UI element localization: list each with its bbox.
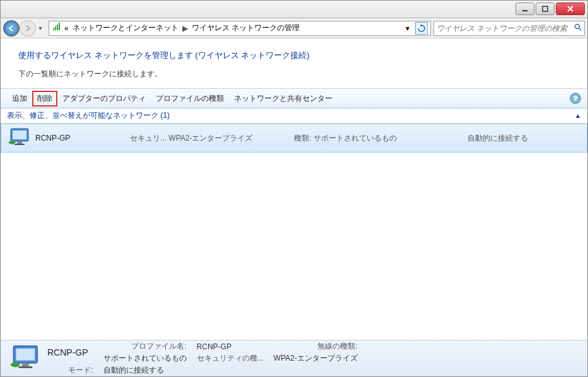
maximize-button[interactable]	[536, 3, 555, 15]
breadcrumb-item[interactable]: ネットワークとインターネット	[73, 23, 179, 33]
chevron-right-icon: ▶	[182, 24, 188, 33]
details-grid: RCNP-GP プロファイル名: RCNP-GP 無線の種類: サポートされてい…	[47, 341, 358, 376]
svg-rect-3	[55, 26, 56, 30]
details-wireless-type-label: 無線の種類:	[274, 341, 358, 352]
svg-rect-4	[57, 25, 58, 30]
refresh-icon	[418, 25, 425, 32]
details-icon	[7, 344, 47, 373]
details-security-value: WPA2-エンタープライズ	[274, 353, 358, 364]
page-header: 使用するワイヤレス ネットワークを管理します (ワイヤレス ネットワーク接続) …	[1, 38, 587, 88]
minimize-button[interactable]	[515, 3, 534, 15]
address-dropdown[interactable]: ▾	[401, 22, 414, 35]
back-button[interactable]	[3, 20, 20, 37]
search-input[interactable]	[437, 24, 574, 33]
svg-rect-5	[59, 23, 60, 30]
details-name: RCNP-GP	[47, 347, 93, 357]
close-icon	[567, 6, 573, 12]
breadcrumb-item[interactable]: ワイヤレス ネットワークの管理	[192, 23, 300, 33]
back-arrow-icon	[8, 25, 15, 32]
breadcrumb: « ネットワークとインターネット ▶ ワイヤレス ネットワークの管理	[64, 23, 300, 33]
forward-button[interactable]	[20, 20, 36, 37]
details-mode-value: 自動的に接続する	[103, 365, 187, 376]
details-profile-value: RCNP-GP	[197, 342, 264, 351]
svg-rect-2	[53, 28, 54, 30]
help-button[interactable]: ?	[570, 93, 581, 104]
window: ▼ « ネットワークとインターネット ▶ ワイヤレス ネットワークの管理 ▾	[0, 0, 588, 377]
network-icon	[6, 126, 35, 150]
search-box[interactable]	[433, 21, 585, 36]
titlebar	[1, 1, 587, 18]
svg-line-7	[579, 28, 581, 30]
network-row[interactable]: RCNP-GP セキュリ... WPA2-エンタープライズ 種類: サポートされ…	[1, 124, 587, 153]
svg-rect-15	[19, 366, 33, 368]
refresh-button[interactable]	[415, 22, 428, 35]
page-title: 使用するワイヤレス ネットワークを管理します (ワイヤレス ネットワーク接続)	[18, 50, 570, 61]
svg-rect-9	[13, 130, 26, 139]
collapse-icon[interactable]: ▲	[575, 112, 581, 119]
add-button[interactable]: 追加	[7, 91, 32, 107]
details-mode-label: モード:	[47, 365, 93, 376]
address-bar[interactable]: « ネットワークとインターネット ▶ ワイヤレス ネットワークの管理 ▾	[49, 21, 431, 36]
group-header[interactable]: 表示、修正、並べ替えが可能なネットワーク (1) ▲	[1, 108, 587, 124]
svg-rect-10	[17, 141, 22, 144]
network-list: RCNP-GP セキュリ... WPA2-エンタープライズ 種類: サポートされ…	[1, 124, 587, 340]
command-toolbar: 追加 削除 アダプターのプロパティ プロファイルの種類 ネットワークと共有センタ…	[1, 88, 587, 108]
network-type: 種類: サポートされているもの	[294, 133, 467, 144]
svg-rect-14	[22, 362, 29, 366]
svg-rect-11	[15, 144, 25, 145]
forward-arrow-icon	[24, 25, 32, 32]
network-name: RCNP-GP	[35, 134, 130, 142]
maximize-icon	[542, 6, 548, 12]
svg-rect-13	[16, 348, 35, 360]
details-pane: RCNP-GP プロファイル名: RCNP-GP 無線の種類: サポートされてい…	[1, 340, 587, 376]
sharing-center-button[interactable]: ネットワークと共有センター	[229, 91, 338, 107]
adapter-properties-button[interactable]: アダプターのプロパティ	[57, 91, 151, 107]
wifi-icon	[52, 23, 62, 33]
svg-rect-1	[543, 6, 548, 11]
details-security-label: セキュリティの種...	[197, 353, 264, 364]
search-icon	[574, 23, 582, 33]
network-security: セキュリ... WPA2-エンタープライズ	[130, 133, 294, 144]
profile-types-button[interactable]: プロファイルの種類	[151, 91, 229, 107]
details-wireless-type-value: サポートされているもの	[103, 353, 187, 364]
breadcrumb-sep: «	[64, 24, 69, 33]
group-label: 表示、修正、並べ替えが可能なネットワーク (1)	[7, 110, 170, 121]
svg-point-6	[575, 25, 580, 29]
network-connect-mode: 自動的に接続する	[467, 133, 528, 144]
nav-row: ▼ « ネットワークとインターネット ▶ ワイヤレス ネットワークの管理 ▾	[1, 18, 587, 38]
close-button[interactable]	[556, 3, 585, 15]
help-icon: ?	[573, 95, 578, 102]
nav-history-dropdown[interactable]: ▼	[36, 20, 45, 37]
page-subtitle: 下の一覧順にネットワークに接続します。	[18, 69, 570, 79]
remove-button[interactable]: 削除	[32, 91, 57, 107]
minimize-icon	[522, 6, 528, 12]
nav-buttons: ▼	[3, 20, 45, 37]
details-profile-label: プロファイル名:	[103, 341, 187, 352]
